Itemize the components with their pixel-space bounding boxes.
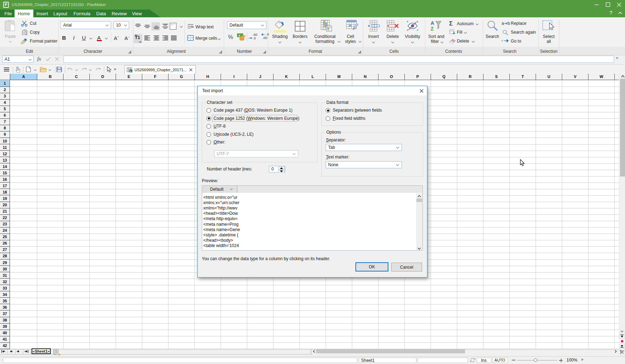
svg-text:€: € [239, 34, 240, 37]
svg-text:Z: Z [431, 26, 434, 32]
svg-text:A: A [431, 20, 434, 26]
